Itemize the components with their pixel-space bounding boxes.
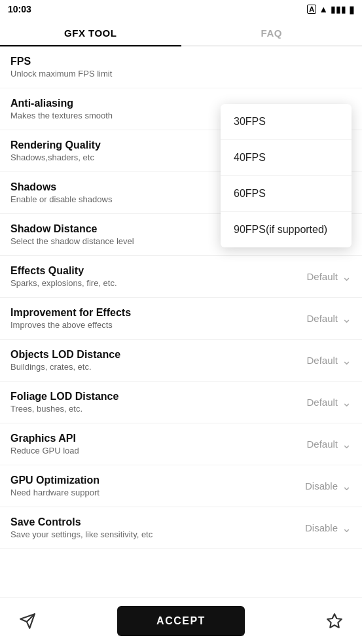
setting-improvement-effects-label: Improvement for Effects Improves the abo… bbox=[10, 307, 280, 330]
foliage-lod-value: Default bbox=[306, 397, 338, 408]
setting-gpu-optimization-title: GPU Optimization bbox=[10, 474, 280, 486]
tab-gfx-tool[interactable]: GFX TOOL bbox=[0, 18, 181, 45]
effects-quality-value: Default bbox=[306, 271, 338, 282]
setting-gpu-optimization[interactable]: GPU Optimization Need hardware support D… bbox=[0, 465, 362, 507]
signal-icon: ▮▮▮ bbox=[331, 4, 346, 14]
status-bar: 10:03 A ▲ ▮▮▮ ▮ bbox=[0, 0, 362, 18]
setting-graphics-api-label: Graphics API Reduce GPU load bbox=[10, 433, 280, 456]
setting-save-controls-control[interactable]: Disable ⌄ bbox=[280, 521, 352, 535]
setting-objects-lod[interactable]: Objects LOD Distance Buildings, crates, … bbox=[0, 340, 362, 382]
network-icon: A bbox=[307, 5, 316, 14]
tab-bar: GFX TOOL FAQ bbox=[0, 18, 362, 46]
setting-fps-desc: Unlock maximum FPS limit bbox=[10, 69, 352, 79]
setting-objects-lod-title: Objects LOD Distance bbox=[10, 349, 280, 361]
tab-faq[interactable]: FAQ bbox=[181, 18, 363, 45]
setting-fps-title: FPS bbox=[10, 56, 352, 67]
chevron-down-icon: ⌄ bbox=[342, 395, 352, 410]
setting-fps-label: FPS Unlock maximum FPS limit bbox=[10, 56, 352, 79]
setting-graphics-api-title: Graphics API bbox=[10, 433, 280, 444]
objects-lod-value: Default bbox=[306, 355, 338, 366]
chevron-down-icon: ⌄ bbox=[342, 479, 352, 493]
fps-option-90[interactable]: 90FPS(if supported) bbox=[221, 212, 352, 247]
setting-gpu-optimization-desc: Need hardware support bbox=[10, 488, 280, 497]
bottom-bar: ACCEPT bbox=[0, 597, 362, 644]
chevron-down-icon: ⌄ bbox=[342, 437, 352, 452]
setting-save-controls-title: Save Controls bbox=[10, 516, 280, 528]
fps-option-30[interactable]: 30FPS bbox=[221, 104, 352, 140]
setting-save-controls-label: Save Controls Save your settings, like s… bbox=[10, 516, 280, 539]
fps-option-60[interactable]: 60FPS bbox=[221, 176, 352, 212]
setting-effects-quality-label: Effects Quality Sparks, explosions, fire… bbox=[10, 265, 280, 288]
wifi-icon: ▲ bbox=[319, 4, 328, 14]
save-controls-value: Disable bbox=[305, 522, 338, 533]
setting-improvement-effects-desc: Improves the above effects bbox=[10, 320, 280, 330]
setting-gpu-optimization-control[interactable]: Disable ⌄ bbox=[280, 479, 352, 493]
chevron-down-icon: ⌄ bbox=[342, 312, 352, 326]
setting-fps: FPS Unlock maximum FPS limit 30FPS 40FPS… bbox=[0, 46, 362, 88]
setting-improvement-effects[interactable]: Improvement for Effects Improves the abo… bbox=[0, 298, 362, 340]
setting-effects-quality-control[interactable]: Default ⌄ bbox=[280, 270, 352, 284]
chevron-down-icon: ⌄ bbox=[342, 270, 352, 284]
setting-foliage-lod[interactable]: Foliage LOD Distance Trees, bushes, etc.… bbox=[0, 382, 362, 423]
battery-icon: ▮ bbox=[349, 3, 354, 16]
status-time: 10:03 bbox=[8, 4, 31, 14]
chevron-down-icon: ⌄ bbox=[342, 353, 352, 368]
fps-dropdown-popup: 30FPS 40FPS 60FPS 90FPS(if supported) bbox=[221, 104, 352, 247]
setting-improvement-effects-title: Improvement for Effects bbox=[10, 307, 280, 319]
fps-option-40[interactable]: 40FPS bbox=[221, 140, 352, 176]
setting-effects-quality[interactable]: Effects Quality Sparks, explosions, fire… bbox=[0, 256, 362, 298]
setting-effects-quality-desc: Sparks, explosions, fire, etc. bbox=[10, 278, 280, 288]
setting-save-controls-desc: Save your settings, like sensitivity, et… bbox=[10, 529, 280, 539]
setting-gpu-optimization-label: GPU Optimization Need hardware support bbox=[10, 474, 280, 497]
setting-objects-lod-control[interactable]: Default ⌄ bbox=[280, 353, 352, 368]
svg-marker-2 bbox=[327, 614, 342, 628]
favorite-button[interactable] bbox=[320, 607, 349, 635]
setting-improvement-effects-control[interactable]: Default ⌄ bbox=[280, 312, 352, 326]
accept-button[interactable]: ACCEPT bbox=[117, 606, 245, 636]
status-icons: A ▲ ▮▮▮ ▮ bbox=[307, 3, 354, 16]
settings-list: FPS Unlock maximum FPS limit 30FPS 40FPS… bbox=[0, 46, 362, 591]
setting-graphics-api-desc: Reduce GPU load bbox=[10, 446, 280, 456]
setting-objects-lod-desc: Buildings, crates, etc. bbox=[10, 362, 280, 372]
setting-foliage-lod-label: Foliage LOD Distance Trees, bushes, etc. bbox=[10, 391, 280, 414]
setting-foliage-lod-control[interactable]: Default ⌄ bbox=[280, 395, 352, 410]
chevron-down-icon: ⌄ bbox=[342, 521, 352, 535]
setting-foliage-lod-desc: Trees, bushes, etc. bbox=[10, 404, 280, 414]
setting-effects-quality-title: Effects Quality bbox=[10, 265, 280, 277]
setting-foliage-lod-title: Foliage LOD Distance bbox=[10, 391, 280, 402]
setting-objects-lod-label: Objects LOD Distance Buildings, crates, … bbox=[10, 349, 280, 372]
setting-graphics-api[interactable]: Graphics API Reduce GPU load Default ⌄ bbox=[0, 423, 362, 465]
setting-save-controls[interactable]: Save Controls Save your settings, like s… bbox=[0, 507, 362, 549]
gpu-optimization-value: Disable bbox=[305, 480, 338, 492]
share-button[interactable] bbox=[13, 607, 42, 635]
improvement-effects-value: Default bbox=[306, 313, 338, 324]
graphics-api-value: Default bbox=[306, 438, 338, 450]
setting-graphics-api-control[interactable]: Default ⌄ bbox=[280, 437, 352, 452]
